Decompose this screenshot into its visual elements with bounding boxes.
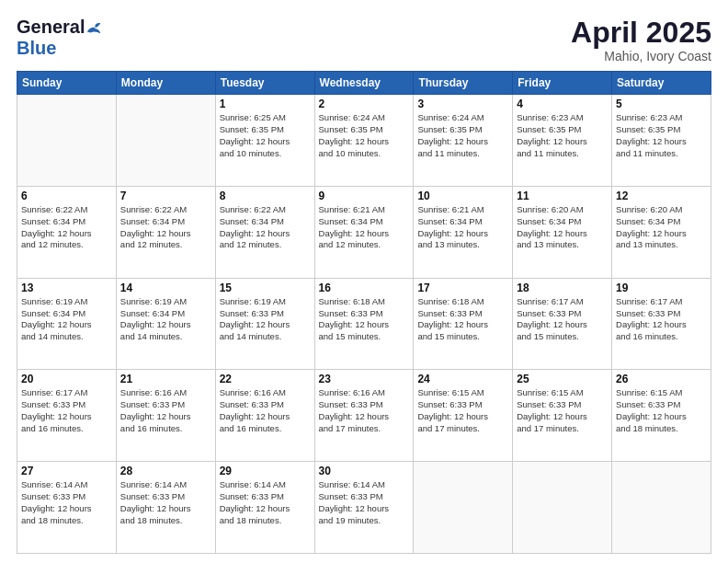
calendar-cell: 28Sunrise: 6:14 AM Sunset: 6:33 PM Dayli…: [116, 462, 215, 554]
day-number: 14: [120, 282, 211, 294]
title-block: April 2025 Mahio, Ivory Coast: [571, 17, 711, 63]
day-number: 15: [220, 282, 311, 294]
day-info: Sunrise: 6:16 AM Sunset: 6:33 PM Dayligh…: [120, 387, 211, 434]
day-number: 28: [120, 465, 211, 477]
calendar-cell: [612, 462, 711, 554]
day-info: Sunrise: 6:15 AM Sunset: 6:33 PM Dayligh…: [517, 387, 608, 434]
calendar-cell: 8Sunrise: 6:22 AM Sunset: 6:34 PM Daylig…: [215, 186, 314, 278]
day-number: 16: [319, 282, 410, 294]
day-info: Sunrise: 6:19 AM Sunset: 6:34 PM Dayligh…: [21, 296, 112, 343]
calendar-cell: 29Sunrise: 6:14 AM Sunset: 6:33 PM Dayli…: [215, 462, 314, 554]
day-info: Sunrise: 6:20 AM Sunset: 6:34 PM Dayligh…: [616, 204, 707, 251]
col-tuesday: Tuesday: [215, 72, 314, 95]
calendar-week-row: 27Sunrise: 6:14 AM Sunset: 6:33 PM Dayli…: [17, 462, 711, 554]
logo: General Blue: [17, 17, 104, 59]
calendar-cell: 9Sunrise: 6:21 AM Sunset: 6:34 PM Daylig…: [314, 186, 414, 278]
month-title: April 2025: [571, 17, 711, 49]
day-number: 17: [417, 282, 508, 294]
day-info: Sunrise: 6:18 AM Sunset: 6:33 PM Dayligh…: [319, 296, 410, 343]
calendar-cell: [513, 462, 612, 554]
page: General Blue April 2025 Mahio, Ivory Coa…: [0, 0, 728, 563]
day-info: Sunrise: 6:16 AM Sunset: 6:33 PM Dayligh…: [319, 387, 410, 434]
calendar-cell: 19Sunrise: 6:17 AM Sunset: 6:33 PM Dayli…: [612, 278, 711, 370]
day-number: 11: [517, 190, 608, 202]
calendar-cell: 13Sunrise: 6:19 AM Sunset: 6:34 PM Dayli…: [17, 278, 117, 370]
day-number: 23: [319, 373, 410, 385]
day-info: Sunrise: 6:15 AM Sunset: 6:33 PM Dayligh…: [616, 387, 707, 434]
day-info: Sunrise: 6:23 AM Sunset: 6:35 PM Dayligh…: [616, 112, 707, 159]
day-info: Sunrise: 6:20 AM Sunset: 6:34 PM Dayligh…: [517, 204, 608, 251]
day-info: Sunrise: 6:14 AM Sunset: 6:33 PM Dayligh…: [21, 479, 112, 526]
day-number: 21: [120, 373, 211, 385]
calendar-cell: 20Sunrise: 6:17 AM Sunset: 6:33 PM Dayli…: [17, 370, 117, 462]
calendar-cell: 12Sunrise: 6:20 AM Sunset: 6:34 PM Dayli…: [612, 186, 711, 278]
day-info: Sunrise: 6:25 AM Sunset: 6:35 PM Dayligh…: [220, 112, 311, 159]
col-saturday: Saturday: [612, 72, 711, 95]
day-info: Sunrise: 6:18 AM Sunset: 6:33 PM Dayligh…: [417, 296, 508, 343]
calendar-cell: 23Sunrise: 6:16 AM Sunset: 6:33 PM Dayli…: [314, 370, 414, 462]
calendar-cell: 27Sunrise: 6:14 AM Sunset: 6:33 PM Dayli…: [17, 462, 117, 554]
calendar-cell: [17, 95, 117, 187]
col-wednesday: Wednesday: [314, 72, 414, 95]
day-number: 13: [21, 282, 112, 294]
calendar-week-row: 13Sunrise: 6:19 AM Sunset: 6:34 PM Dayli…: [17, 278, 711, 370]
calendar-cell: 21Sunrise: 6:16 AM Sunset: 6:33 PM Dayli…: [116, 370, 215, 462]
day-number: 12: [616, 190, 707, 202]
calendar-cell: 18Sunrise: 6:17 AM Sunset: 6:33 PM Dayli…: [513, 278, 612, 370]
calendar-cell: 10Sunrise: 6:21 AM Sunset: 6:34 PM Dayli…: [414, 186, 513, 278]
day-info: Sunrise: 6:19 AM Sunset: 6:33 PM Dayligh…: [220, 296, 311, 343]
calendar-cell: 4Sunrise: 6:23 AM Sunset: 6:35 PM Daylig…: [513, 95, 612, 187]
day-info: Sunrise: 6:22 AM Sunset: 6:34 PM Dayligh…: [120, 204, 211, 251]
calendar-cell: 22Sunrise: 6:16 AM Sunset: 6:33 PM Dayli…: [215, 370, 314, 462]
day-info: Sunrise: 6:14 AM Sunset: 6:33 PM Dayligh…: [319, 479, 410, 526]
calendar-table: Sunday Monday Tuesday Wednesday Thursday…: [17, 71, 711, 554]
calendar-cell: 2Sunrise: 6:24 AM Sunset: 6:35 PM Daylig…: [314, 95, 414, 187]
day-number: 30: [319, 465, 410, 477]
calendar-cell: 3Sunrise: 6:24 AM Sunset: 6:35 PM Daylig…: [414, 95, 513, 187]
day-info: Sunrise: 6:24 AM Sunset: 6:35 PM Dayligh…: [417, 112, 508, 159]
day-info: Sunrise: 6:15 AM Sunset: 6:33 PM Dayligh…: [417, 387, 508, 434]
day-info: Sunrise: 6:16 AM Sunset: 6:33 PM Dayligh…: [220, 387, 311, 434]
calendar-header-row: Sunday Monday Tuesday Wednesday Thursday…: [17, 72, 711, 95]
calendar-week-row: 1Sunrise: 6:25 AM Sunset: 6:35 PM Daylig…: [17, 95, 711, 187]
calendar-cell: 5Sunrise: 6:23 AM Sunset: 6:35 PM Daylig…: [612, 95, 711, 187]
calendar-cell: 11Sunrise: 6:20 AM Sunset: 6:34 PM Dayli…: [513, 186, 612, 278]
day-number: 8: [220, 190, 311, 202]
day-info: Sunrise: 6:24 AM Sunset: 6:35 PM Dayligh…: [319, 112, 410, 159]
day-info: Sunrise: 6:19 AM Sunset: 6:34 PM Dayligh…: [120, 296, 211, 343]
day-number: 18: [517, 282, 608, 294]
logo-blue-text: Blue: [17, 38, 56, 59]
calendar-cell: [116, 95, 215, 187]
day-number: 9: [319, 190, 410, 202]
header: General Blue April 2025 Mahio, Ivory Coa…: [17, 17, 711, 63]
day-number: 2: [319, 98, 410, 110]
day-info: Sunrise: 6:22 AM Sunset: 6:34 PM Dayligh…: [220, 204, 311, 251]
logo-bird-icon: [85, 19, 104, 36]
calendar-cell: 17Sunrise: 6:18 AM Sunset: 6:33 PM Dayli…: [414, 278, 513, 370]
day-number: 26: [616, 373, 707, 385]
col-monday: Monday: [116, 72, 215, 95]
calendar-cell: 30Sunrise: 6:14 AM Sunset: 6:33 PM Dayli…: [314, 462, 414, 554]
calendar-cell: 14Sunrise: 6:19 AM Sunset: 6:34 PM Dayli…: [116, 278, 215, 370]
day-info: Sunrise: 6:22 AM Sunset: 6:34 PM Dayligh…: [21, 204, 112, 251]
day-info: Sunrise: 6:23 AM Sunset: 6:35 PM Dayligh…: [517, 112, 608, 159]
col-sunday: Sunday: [17, 72, 117, 95]
day-number: 24: [417, 373, 508, 385]
calendar-cell: 7Sunrise: 6:22 AM Sunset: 6:34 PM Daylig…: [116, 186, 215, 278]
day-number: 10: [417, 190, 508, 202]
col-thursday: Thursday: [414, 72, 513, 95]
day-info: Sunrise: 6:17 AM Sunset: 6:33 PM Dayligh…: [21, 387, 112, 434]
day-number: 7: [120, 190, 211, 202]
calendar-cell: 25Sunrise: 6:15 AM Sunset: 6:33 PM Dayli…: [513, 370, 612, 462]
logo-general-text: General: [17, 17, 85, 38]
calendar-cell: [414, 462, 513, 554]
calendar-week-row: 6Sunrise: 6:22 AM Sunset: 6:34 PM Daylig…: [17, 186, 711, 278]
day-number: 4: [517, 98, 608, 110]
calendar-cell: 6Sunrise: 6:22 AM Sunset: 6:34 PM Daylig…: [17, 186, 117, 278]
day-number: 3: [417, 98, 508, 110]
calendar-cell: 1Sunrise: 6:25 AM Sunset: 6:35 PM Daylig…: [215, 95, 314, 187]
day-number: 1: [220, 98, 311, 110]
calendar-cell: 26Sunrise: 6:15 AM Sunset: 6:33 PM Dayli…: [612, 370, 711, 462]
calendar-cell: 24Sunrise: 6:15 AM Sunset: 6:33 PM Dayli…: [414, 370, 513, 462]
calendar-cell: 15Sunrise: 6:19 AM Sunset: 6:33 PM Dayli…: [215, 278, 314, 370]
